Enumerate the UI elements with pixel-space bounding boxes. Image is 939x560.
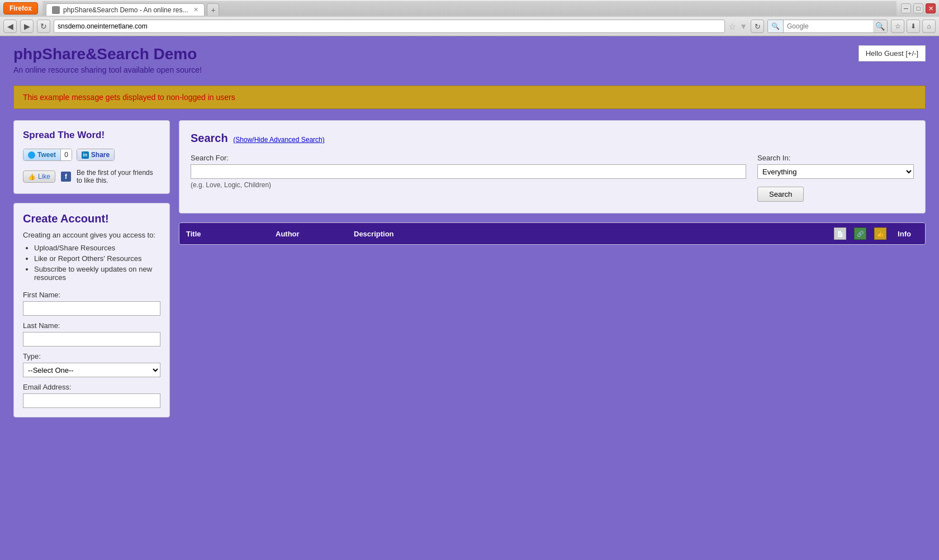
col-info-header: Info: [890, 230, 918, 238]
home-icon[interactable]: ⌂: [922, 20, 936, 33]
search-form: Search For: (e.g. Love, Logic, Children)…: [191, 154, 914, 202]
search-for-section: Search For: (e.g. Love, Logic, Children): [191, 154, 746, 189]
like-row: 👍 Like f Be the first of your friends to…: [23, 169, 160, 184]
bookmark-icon[interactable]: ☆: [891, 20, 904, 33]
share-button[interactable]: in Share: [77, 149, 115, 161]
like-button[interactable]: 👍 Like: [23, 170, 55, 183]
reload-button[interactable]: ↻: [751, 20, 764, 33]
thumbs-up-icon: 👍: [28, 173, 36, 181]
search-in-select[interactable]: Everything Title Author Description: [757, 164, 914, 179]
page-subtitle: An online resource sharing tool availabl…: [13, 65, 926, 74]
share-label: Share: [91, 151, 110, 159]
maximize-button[interactable]: □: [913, 3, 923, 13]
browser-search-input[interactable]: [784, 20, 873, 33]
benefit-2: Like or Report Others' Resources: [34, 254, 160, 263]
results-table: Title Author Description 📄 🔗 👍 Info: [179, 222, 926, 245]
browser-chrome: Firefox phpShare&Search Demo - An online…: [0, 0, 939, 36]
like-desc: Be the first of your friends to like thi…: [77, 169, 160, 184]
notice-text: This example message gets displayed to n…: [23, 93, 235, 102]
browser-search-icon[interactable]: 🔍: [873, 22, 887, 31]
back-button[interactable]: ◀: [3, 20, 17, 33]
search-button[interactable]: Search: [757, 187, 804, 202]
benefit-1: Upload/Share Resources: [34, 244, 160, 252]
left-column: Spread The Word! Tweet 0 in: [13, 120, 170, 426]
facebook-icon: f: [61, 172, 71, 182]
tweet-label: Tweet: [37, 151, 56, 159]
type-label: Type:: [23, 352, 160, 360]
tweet-btn-main[interactable]: Tweet: [23, 149, 61, 160]
refresh-button[interactable]: ↻: [37, 20, 50, 33]
tab-bar: phpShare&Search Demo - An online res... …: [42, 1, 897, 16]
col-desc-header: Description: [354, 230, 830, 238]
search-hint: (e.g. Love, Logic, Children): [191, 181, 746, 189]
search-in-section: Search In: Everything Title Author Descr…: [757, 154, 914, 202]
results-header: Title Author Description 📄 🔗 👍 Info: [179, 223, 925, 244]
tweet-button[interactable]: Tweet 0: [23, 149, 72, 161]
page-wrapper: Hello Guest [+/-] phpShare&Search Demo A…: [0, 36, 939, 546]
share-icon: 🔗: [854, 227, 866, 240]
page-title: phpShare&Search Demo: [13, 45, 926, 63]
share-btn-main[interactable]: in Share: [77, 149, 114, 160]
create-account-desc: Creating an account gives you access to:: [23, 231, 160, 239]
address-bar[interactable]: [54, 20, 725, 33]
col-copy-icon-header: 📄: [830, 227, 850, 240]
linkedin-icon: in: [82, 151, 89, 159]
right-column: Search (Show/Hide Advanced Search) Searc…: [179, 120, 926, 245]
tab-favicon: [52, 6, 60, 14]
browser-toolbar: ◀ ▶ ↻ ☆ ▼ ↻ 🔍 🔍 ☆ ⬇ ⌂: [0, 17, 939, 36]
close-button[interactable]: ✕: [926, 3, 936, 13]
search-for-input[interactable]: [191, 164, 746, 179]
tweet-count: 0: [61, 149, 72, 160]
hello-guest-button[interactable]: Hello Guest [+/-]: [859, 45, 926, 61]
col-author-header: Author: [276, 230, 354, 238]
first-name-input[interactable]: [23, 301, 160, 316]
search-for-label: Search For:: [191, 154, 746, 162]
search-section-title: Search: [191, 132, 228, 144]
spread-title: Spread The Word!: [23, 130, 160, 141]
last-name-input[interactable]: [23, 332, 160, 347]
advanced-search-link[interactable]: (Show/Hide Advanced Search): [233, 136, 324, 144]
main-columns: Spread The Word! Tweet 0 in: [13, 120, 926, 426]
search-engine-icon: 🔍: [768, 20, 784, 32]
spread-card: Spread The Word! Tweet 0 in: [13, 120, 170, 194]
tab-close-icon[interactable]: ✕: [193, 6, 198, 13]
download-icon[interactable]: ⬇: [907, 20, 920, 33]
notice-bar: This example message gets displayed to n…: [13, 86, 926, 109]
like-icon: 👍: [874, 227, 886, 240]
tab-title: phpShare&Search Demo - An online res...: [63, 6, 188, 14]
twitter-icon: [28, 151, 35, 159]
browser-titlebar: Firefox phpShare&Search Demo - An online…: [0, 0, 939, 17]
col-title-header: Title: [186, 230, 276, 238]
type-select[interactable]: --Select One-- Student Teacher Other: [23, 363, 160, 377]
search-header: Search (Show/Hide Advanced Search): [191, 132, 914, 145]
firefox-button[interactable]: Firefox: [3, 2, 38, 15]
forward-button[interactable]: ▶: [20, 20, 34, 33]
minimize-button[interactable]: ─: [901, 3, 911, 13]
first-name-label: First Name:: [23, 291, 160, 299]
col-share-icon-header: 🔗: [850, 227, 870, 240]
search-in-label: Search In:: [757, 154, 914, 162]
email-input[interactable]: [23, 393, 160, 408]
new-tab-button[interactable]: +: [207, 3, 219, 16]
col-like-icon-header: 👍: [870, 227, 890, 240]
create-account-card: Create Account! Creating an account give…: [13, 203, 170, 417]
search-card: Search (Show/Hide Advanced Search) Searc…: [179, 120, 926, 213]
social-buttons-row: Tweet 0 in Share: [23, 149, 160, 161]
like-label: Like: [38, 173, 50, 181]
rss-icon[interactable]: ▼: [739, 22, 747, 31]
benefits-list: Upload/Share Resources Like or Report Ot…: [34, 244, 160, 282]
star-icon[interactable]: ☆: [728, 21, 736, 32]
email-label: Email Address:: [23, 383, 160, 391]
create-account-title: Create Account!: [23, 212, 160, 225]
last-name-label: Last Name:: [23, 321, 160, 330]
copy-icon: 📄: [834, 227, 846, 240]
active-tab[interactable]: phpShare&Search Demo - An online res... …: [46, 3, 205, 16]
benefit-3: Subscribe to weekly updates on new resou…: [34, 265, 160, 282]
